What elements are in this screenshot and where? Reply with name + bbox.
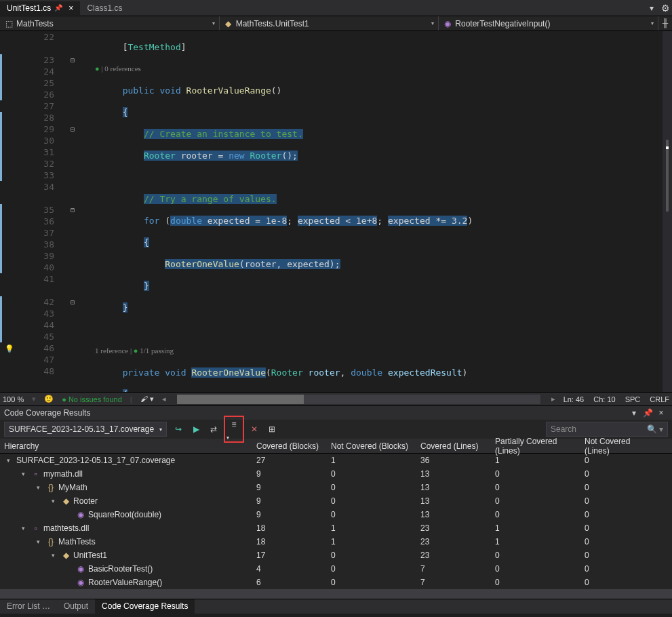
issues-status[interactable]: ● No issues found [62, 395, 122, 403]
close-icon[interactable]: × [654, 406, 668, 420]
cell: 1 [491, 456, 580, 465]
cell: 0 [580, 496, 655, 506]
col-partial-lines[interactable]: Partially Covered (Lines) [491, 437, 580, 456]
expand-toggle[interactable]: ▾ [7, 457, 14, 464]
cell: 23 [416, 523, 491, 533]
cell: 18 [252, 523, 327, 533]
export-icon[interactable]: ▶ [189, 422, 203, 437]
window-dropdown-icon[interactable]: ▾ [627, 406, 641, 420]
cell: 0 [491, 496, 580, 506]
lightbulb-icon[interactable]: 💡 [5, 344, 14, 353]
node-label: mathtests.dll [43, 523, 89, 533]
table-row[interactable]: ▾▫mathtests.dll1812310 [0, 521, 672, 535]
col-notcovered-blocks[interactable]: Not Covered (Blocks) [327, 441, 416, 451]
cell: 0 [327, 510, 416, 519]
class-icon: ◆ [224, 19, 233, 28]
fold-toggle[interactable]: ⊟ [66, 296, 79, 308]
meth-icon: ◉ [76, 578, 85, 587]
table-row[interactable]: ▾◆UnitTest11702300 [0, 549, 672, 562]
method-icon: ◉ [443, 19, 452, 28]
indent-mode[interactable]: SPC [625, 395, 641, 403]
cell: 9 [252, 483, 327, 492]
cell: 0 [327, 551, 416, 560]
expand-toggle[interactable]: ▾ [37, 484, 43, 491]
cell: 7 [416, 564, 491, 574]
breadcrumb-project[interactable]: ⬚ MathTests ▾ [0, 16, 220, 31]
fold-toggle[interactable]: ⊟ [66, 123, 79, 135]
node-label: RooterValueRange() [88, 578, 162, 587]
remove-icon[interactable]: ✕ [247, 422, 262, 437]
node-label: Rooter [73, 496, 98, 506]
table-row[interactable]: ◉RooterValueRange()60700 [0, 576, 672, 589]
cell: 13 [416, 483, 491, 492]
node-label: MyMath [58, 483, 87, 492]
breadcrumb-method[interactable]: ◉ RooterTestNegativeInput() ▾ [439, 16, 658, 31]
expand-toggle[interactable]: ▾ [52, 552, 58, 559]
breadcrumb-class[interactable]: ◆ MathTests.UnitTest1 ▾ [220, 16, 439, 31]
code-content[interactable]: [TestMethod] ● | 0 references public voi… [79, 31, 672, 392]
fold-toggle[interactable]: ⊟ [66, 54, 79, 66]
dropdown-icon[interactable]: ▾ [645, 1, 658, 15]
cell: 1 [491, 537, 580, 546]
tab-output[interactable]: Output [57, 599, 95, 614]
table-row[interactable]: ▾SURFACE_2023-12-05.13_17_07.coverage271… [0, 454, 672, 467]
table-row[interactable]: ▾{}MyMath901300 [0, 481, 672, 494]
brush-icon[interactable]: 🖌 ▾ [140, 395, 154, 403]
panel-horizontal-scrollbar[interactable] [0, 589, 672, 599]
document-tabs: UnitTest1.cs 📌 × Class1.cs ▾ ⚙ [0, 0, 672, 16]
table-row[interactable]: ▾▫mymath.dll901300 [0, 467, 672, 481]
cell: 0 [491, 469, 580, 479]
cell: 0 [327, 483, 416, 492]
search-input[interactable]: Search 🔍 ▾ [546, 422, 668, 437]
table-row[interactable]: ▾{}MathTests1812310 [0, 535, 672, 549]
horizontal-scrollbar[interactable] [177, 395, 540, 404]
search-icon: 🔍 ▾ [647, 424, 663, 434]
cell: 13 [416, 469, 491, 479]
expand-toggle[interactable]: ▾ [37, 538, 43, 545]
columns-icon[interactable]: ⊞ [264, 422, 279, 437]
cursor-col[interactable]: Ch: 10 [593, 395, 615, 403]
coverage-table: Hierarchy Covered (Blocks) Not Covered (… [0, 439, 672, 589]
line-ending[interactable]: CRLF [650, 395, 669, 403]
zoom-level[interactable]: 100 % [3, 395, 24, 403]
pin-icon[interactable]: 📌 [54, 4, 62, 12]
dll-icon: ▫ [31, 469, 41, 479]
cell: 36 [416, 456, 491, 465]
split-icon[interactable]: ╫ [658, 16, 672, 30]
expand-toggle[interactable]: ▾ [22, 525, 28, 532]
table-row[interactable]: ▾◆Rooter901300 [0, 494, 672, 508]
coverage-file-dropdown[interactable]: SURFACE_2023-12-05.13_17.coverage ▾ [4, 422, 167, 437]
gear-icon[interactable]: ⚙ [658, 1, 672, 15]
tab-code-coverage[interactable]: Code Coverage Results [95, 599, 195, 614]
col-notcovered-lines[interactable]: Not Covered (Lines) [580, 437, 655, 456]
col-hierarchy[interactable]: Hierarchy [0, 441, 252, 451]
cell: 0 [491, 578, 580, 587]
fold-toggle[interactable]: ⊟ [66, 204, 79, 216]
close-icon[interactable]: × [68, 3, 73, 13]
table-header: Hierarchy Covered (Blocks) Not Covered (… [0, 439, 672, 454]
vertical-scrollbar[interactable] [663, 31, 672, 392]
merge-icon[interactable]: ⇄ [206, 422, 221, 437]
cursor-line[interactable]: Ln: 46 [564, 395, 585, 403]
tab-class1[interactable]: Class1.cs [80, 1, 129, 15]
show-coverage-icon[interactable]: ≡ [226, 417, 241, 432]
cls-icon: ◆ [61, 496, 71, 506]
code-editor[interactable]: 💡 22 23 24 25 26 27 28 29 30 31 32 33 34… [0, 31, 672, 392]
table-row[interactable]: ◉BasicRooterTest()40700 [0, 562, 672, 576]
chevron-down-icon: ▾ [431, 20, 434, 26]
cell: 1 [491, 523, 580, 533]
col-covered-lines[interactable]: Covered (Lines) [416, 441, 491, 451]
import-icon[interactable]: ↪ [171, 422, 186, 437]
expand-toggle[interactable]: ▾ [52, 498, 58, 504]
col-covered-blocks[interactable]: Covered (Blocks) [252, 441, 327, 451]
pin-icon[interactable]: 📌 [641, 406, 654, 420]
cell: 0 [491, 564, 580, 574]
cell: 27 [252, 456, 327, 465]
tab-error-list[interactable]: Error List … [0, 599, 57, 614]
cell: 18 [252, 537, 327, 546]
tab-unittest[interactable]: UnitTest1.cs 📌 × [0, 1, 80, 15]
chevron-down-icon: ▾ [212, 20, 215, 26]
expand-toggle[interactable]: ▾ [22, 471, 28, 477]
table-row[interactable]: ◉SquareRoot(double)901300 [0, 508, 672, 521]
feedback-icon[interactable]: 🙂 [44, 395, 54, 403]
